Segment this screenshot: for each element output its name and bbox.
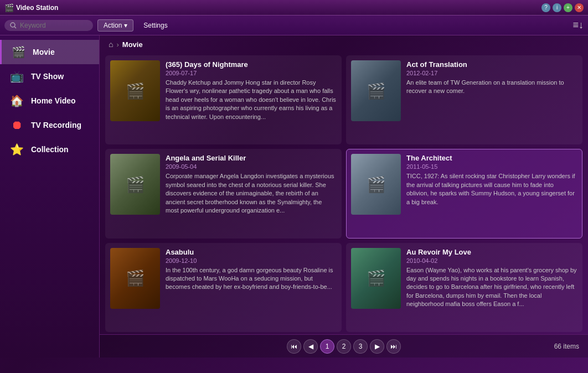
movie-grid: 🎬(365) Days of Nightmare2009-07-17Chaddy… bbox=[100, 53, 588, 334]
movie-title-angela-serial-killer: Angela and Serial Killer bbox=[166, 154, 337, 162]
sidebar-label-homevideo: Home Video bbox=[31, 96, 76, 105]
content-area: ⌂ › Movie 🎬(365) Days of Nightmare2009-0… bbox=[100, 35, 588, 358]
movie-thumb-365-nightmare: 🎬 bbox=[110, 60, 160, 121]
movie-date-au-revoir-my-love: 2010-04-02 bbox=[406, 257, 577, 264]
movie-info-the-architect: The Architect2011-05-15TICC, 1927: As si… bbox=[406, 154, 577, 233]
breadcrumb-current: Movie bbox=[122, 40, 143, 49]
movie-thumb-angela-serial-killer: 🎬 bbox=[110, 154, 160, 215]
movie-card-365-nightmare[interactable]: 🎬(365) Days of Nightmare2009-07-17Chaddy… bbox=[105, 55, 342, 144]
add-button[interactable]: + bbox=[564, 3, 572, 12]
movie-desc-act-translation: An elite team of TW Generation on a tran… bbox=[406, 79, 577, 96]
list-view-icon[interactable]: ≡↓ bbox=[572, 19, 584, 31]
movie-desc-365-nightmare: Chaddy Ketchup and Jommy Hong star in di… bbox=[166, 79, 337, 121]
page-2-button[interactable]: 2 bbox=[337, 339, 351, 354]
breadcrumb-home[interactable]: ⌂ bbox=[109, 40, 113, 49]
movie-date-the-architect: 2011-05-15 bbox=[406, 163, 577, 170]
sidebar-label-collection: Collection bbox=[31, 145, 69, 154]
sidebar-item-tvshow[interactable]: 📺 TV Show bbox=[0, 64, 99, 89]
movie-card-act-translation[interactable]: 🎬Act of Translation2012-02-17An elite te… bbox=[346, 55, 582, 144]
tvrecording-icon: ⏺ bbox=[8, 118, 25, 132]
sidebar-item-tvrecording[interactable]: ⏺ TV Recording bbox=[0, 113, 99, 137]
movie-thumb-au-revoir-my-love: 🎬 bbox=[351, 248, 401, 309]
action-button[interactable]: Action ▾ bbox=[97, 19, 133, 32]
titlebar-controls: ? i + ✕ bbox=[541, 3, 584, 12]
search-input[interactable] bbox=[20, 22, 86, 29]
help-button[interactable]: ? bbox=[541, 3, 550, 12]
sidebar-item-homevideo[interactable]: 🏠 Home Video bbox=[0, 89, 99, 113]
main-layout: 🎬 Movie 📺 TV Show 🏠 Home Video ⏺ TV Reco… bbox=[0, 35, 588, 358]
movie-thumb-asabulu: 🎬 bbox=[110, 248, 160, 309]
movie-title-365-nightmare: (365) Days of Nightmare bbox=[166, 60, 337, 69]
collection-icon: ⭐ bbox=[8, 143, 25, 156]
breadcrumb-separator: › bbox=[116, 40, 118, 49]
movie-card-angela-serial-killer[interactable]: 🎬Angela and Serial Killer2009-05-04Corpo… bbox=[105, 149, 342, 238]
close-button[interactable]: ✕ bbox=[575, 3, 584, 12]
movie-info-act-translation: Act of Translation2012-02-17An elite tea… bbox=[406, 60, 577, 139]
svg-line-1 bbox=[14, 27, 16, 28]
movie-info-365-nightmare: (365) Days of Nightmare2009-07-17Chaddy … bbox=[166, 60, 337, 139]
movie-card-asabulu[interactable]: 🎬Asabulu2009-12-10In the 100th century, … bbox=[105, 243, 342, 332]
movie-date-act-translation: 2012-02-17 bbox=[406, 70, 577, 76]
sidebar: 🎬 Movie 📺 TV Show 🏠 Home Video ⏺ TV Reco… bbox=[0, 35, 100, 358]
search-box bbox=[4, 20, 93, 31]
movie-info-asabulu: Asabulu2009-12-10In the 100th century, a… bbox=[166, 248, 337, 327]
movie-title-asabulu: Asabulu bbox=[166, 248, 337, 256]
movie-thumb-act-translation: 🎬 bbox=[351, 60, 401, 121]
homevideo-icon: 🏠 bbox=[8, 94, 25, 107]
pagination: ⏮ ◀ 1 2 3 ▶ ⏭ 66 items bbox=[100, 334, 588, 358]
settings-button[interactable]: Settings bbox=[138, 20, 173, 31]
page-next-button[interactable]: ▶ bbox=[370, 339, 384, 354]
page-prev-button[interactable]: ◀ bbox=[303, 339, 318, 354]
sidebar-label-tvrecording: TV Recording bbox=[31, 121, 81, 129]
movie-desc-the-architect: TICC, 1927: As silent rocking star Chris… bbox=[406, 172, 577, 206]
movie-card-au-revoir-my-love[interactable]: 🎬Au Revoir My Love2010-04-02Eason (Wayne… bbox=[346, 243, 582, 332]
item-count: 66 items bbox=[554, 343, 579, 350]
movie-thumb-the-architect: 🎬 bbox=[351, 154, 401, 215]
movie-date-asabulu: 2009-12-10 bbox=[166, 257, 337, 264]
breadcrumb: ⌂ › Movie bbox=[100, 35, 588, 53]
sidebar-label-movie: Movie bbox=[33, 48, 55, 56]
page-1-button[interactable]: 1 bbox=[320, 339, 334, 354]
info-button[interactable]: i bbox=[553, 3, 561, 12]
movie-title-au-revoir-my-love: Au Revoir My Love bbox=[406, 248, 577, 256]
page-3-button[interactable]: 3 bbox=[353, 339, 368, 354]
sidebar-label-tvshow: TV Show bbox=[31, 72, 64, 81]
movie-desc-angela-serial-killer: Corporate manager Angela Langdon investi… bbox=[166, 172, 337, 215]
movie-title-act-translation: Act of Translation bbox=[406, 60, 577, 69]
sidebar-item-movie[interactable]: 🎬 Movie bbox=[0, 40, 99, 64]
search-icon bbox=[10, 22, 17, 29]
app-title: Video Station bbox=[16, 4, 541, 12]
tvshow-icon: 📺 bbox=[8, 70, 25, 83]
sidebar-item-collection[interactable]: ⭐ Collection bbox=[0, 137, 99, 162]
movie-desc-asabulu: In the 100th century, a god damn gorgeou… bbox=[166, 266, 337, 292]
movie-date-365-nightmare: 2009-07-17 bbox=[166, 70, 337, 76]
page-last-button[interactable]: ⏭ bbox=[386, 339, 401, 354]
app-icon: 🎬 bbox=[4, 3, 14, 12]
movie-info-au-revoir-my-love: Au Revoir My Love2010-04-02Eason (Wayne … bbox=[406, 248, 577, 327]
movie-icon: 🎬 bbox=[9, 45, 27, 59]
movie-desc-au-revoir-my-love: Eason (Wayne Yao), who works at his pare… bbox=[406, 266, 577, 309]
svg-point-0 bbox=[11, 23, 15, 27]
page-first-button[interactable]: ⏮ bbox=[287, 339, 301, 354]
movie-info-angela-serial-killer: Angela and Serial Killer2009-05-04Corpor… bbox=[166, 154, 337, 233]
titlebar: 🎬 Video Station ? i + ✕ bbox=[0, 0, 588, 15]
toolbar: Action ▾ Settings ≡↓ bbox=[0, 15, 588, 35]
movie-title-the-architect: The Architect bbox=[406, 154, 577, 162]
movie-card-the-architect[interactable]: 🎬The Architect2011-05-15TICC, 1927: As s… bbox=[346, 149, 582, 238]
movie-date-angela-serial-killer: 2009-05-04 bbox=[166, 163, 337, 170]
